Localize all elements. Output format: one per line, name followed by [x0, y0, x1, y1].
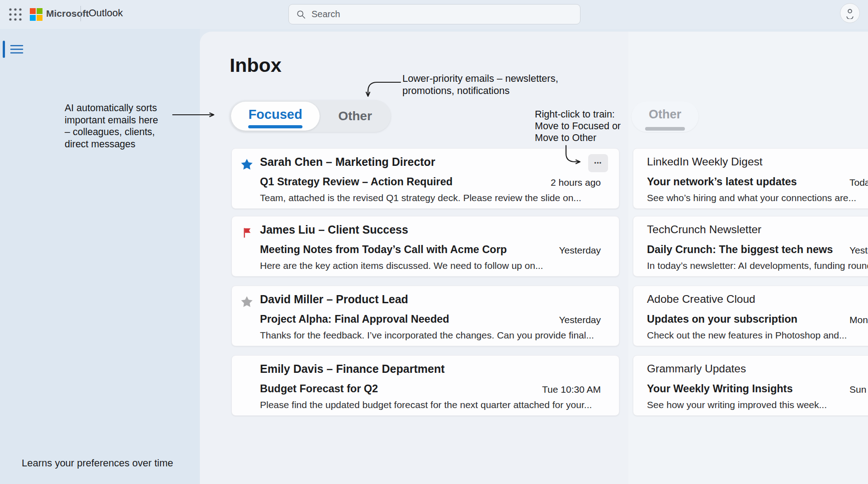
email-item-adobe[interactable]: Adobe Creative Cloud Updates on your sub…	[633, 286, 868, 346]
email-time: Mon	[849, 315, 868, 325]
email-preview: Here are the key action items discussed.…	[260, 260, 543, 271]
star-icon[interactable]	[240, 295, 254, 309]
email-time: Yesterday	[849, 245, 868, 256]
microsoft-brand-label: Microsoft	[46, 8, 89, 19]
search-input[interactable]	[311, 9, 565, 19]
email-item-sarah-chen[interactable]: Sarah Chen – Marketing Director Q1 Strat…	[231, 148, 619, 209]
email-preview: See how your writing improved this week.…	[647, 399, 827, 410]
account-avatar-button[interactable]	[840, 3, 860, 23]
flag-icon[interactable]	[241, 227, 255, 240]
app-title: Outlook	[89, 7, 123, 19]
email-time: Yesterday	[559, 315, 601, 325]
nav-accent-bar	[3, 41, 5, 58]
inbox-tab-switcher: Focused Other	[230, 100, 391, 132]
hamburger-menu-icon[interactable]	[9, 42, 24, 56]
left-sidebar: AI automatically sorts important emails …	[0, 29, 200, 484]
annotation-other-explainer: Lower-priority emails – newsletters, pro…	[402, 72, 558, 97]
email-subject: Updates on your subscription	[647, 313, 797, 325]
email-preview: See who’s hiring and what your connectio…	[647, 193, 856, 203]
annotation-right-click-train: Right-click to train: Move to Focused or…	[535, 108, 621, 144]
email-sender: Sarah Chen – Marketing Director	[260, 155, 435, 169]
other-column-tab[interactable]: Other	[632, 101, 698, 132]
email-sender: TechCrunch Newsletter	[647, 223, 761, 236]
email-preview: Team, attached is the revised Q1 strateg…	[260, 193, 581, 203]
email-subject: Your network’s latest updates	[647, 176, 797, 188]
top-app-bar: Microsoft Outlook	[0, 0, 868, 29]
email-subject: Daily Crunch: The biggest tech news	[647, 244, 833, 256]
tab-other[interactable]: Other	[320, 100, 391, 132]
email-item-techcrunch[interactable]: TechCrunch Newsletter Daily Crunch: The …	[633, 216, 868, 277]
email-item-james-liu[interactable]: James Liu – Client Success Meeting Notes…	[231, 216, 619, 277]
other-tab-underline	[645, 127, 685, 131]
more-options-button[interactable]: •••	[588, 154, 608, 172]
email-time: Today	[849, 177, 868, 188]
outlook-window: { "topbar": { "brand": "Microsoft", "app…	[0, 0, 868, 484]
email-preview: Thanks for the feedback. I’ve incorporat…	[260, 330, 594, 341]
email-subject: Your Weekly Writing Insights	[647, 383, 793, 395]
email-subject: Meeting Notes from Today’s Call with Acm…	[260, 244, 507, 256]
star-icon[interactable]	[240, 158, 254, 171]
email-item-david-miller[interactable]: David Miller – Product Lead Project Alph…	[231, 286, 619, 346]
email-time: Sun	[849, 384, 866, 395]
email-sender: Grammarly Updates	[647, 362, 746, 375]
email-time: Yesterday	[559, 245, 601, 256]
email-item-emily-davis[interactable]: Emily Davis – Finance Department Budget …	[231, 355, 619, 416]
annotation-focused-explainer: AI automatically sorts important emails …	[65, 102, 158, 150]
email-sender: Adobe Creative Cloud	[647, 293, 755, 305]
app-launcher-icon[interactable]	[7, 6, 24, 23]
search-icon	[296, 9, 306, 19]
person-icon	[844, 7, 856, 19]
email-time: Tue 10:30 AM	[542, 384, 601, 395]
email-time: 2 hours ago	[551, 177, 601, 188]
annotation-learns-preferences: Learns your preferences over time	[22, 457, 173, 469]
topbar-divider	[80, 6, 81, 21]
email-preview: Please find the updated budget forecast …	[260, 399, 592, 410]
email-preview: In today’s newsletter: AI developments, …	[647, 260, 868, 271]
tab-focused[interactable]: Focused	[231, 102, 320, 131]
email-sender: David Miller – Product Lead	[260, 293, 408, 306]
email-sender: LinkedIn Weekly Digest	[647, 155, 763, 168]
page-title: Inbox	[230, 54, 282, 76]
email-subject: Project Alpha: Final Approval Needed	[260, 313, 449, 325]
email-item-grammarly[interactable]: Grammarly Updates Your Weekly Writing In…	[633, 355, 868, 416]
email-preview: Check out the new features in Photoshop …	[647, 330, 847, 341]
microsoft-logo-icon	[30, 8, 42, 21]
email-subject: Budget Forecast for Q2	[260, 383, 378, 395]
focused-tab-underline	[248, 125, 302, 128]
email-sender: Emily Davis – Finance Department	[260, 362, 444, 376]
email-item-linkedin[interactable]: LinkedIn Weekly Digest Your network’s la…	[633, 148, 868, 209]
email-subject: Q1 Strategy Review – Action Required	[260, 176, 453, 188]
email-sender: James Liu – Client Success	[260, 223, 408, 236]
search-bar[interactable]	[288, 4, 580, 24]
